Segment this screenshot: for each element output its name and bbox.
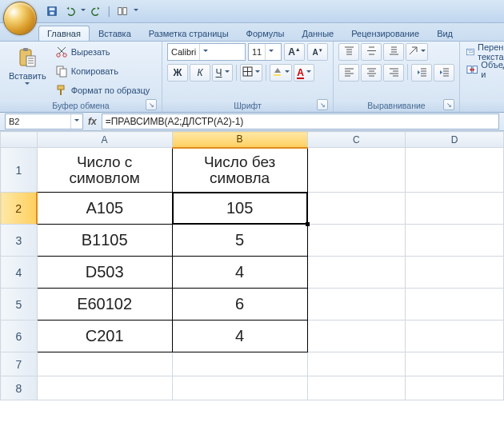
align-center-button[interactable]: [361, 64, 382, 82]
shrink-font-button[interactable]: A▼: [307, 43, 328, 61]
row-header-1[interactable]: 1: [1, 148, 38, 193]
cell-B6[interactable]: 4: [172, 321, 307, 352]
cell-A3[interactable]: В1105: [37, 225, 172, 257]
group-clipboard-label: Буфер обмена ↘: [5, 101, 157, 112]
cell-C8[interactable]: [307, 376, 406, 400]
clipboard-launcher[interactable]: ↘: [146, 99, 157, 110]
quick-access-toolbar: │: [45, 4, 139, 18]
cell-C4[interactable]: [307, 257, 406, 289]
cell-B7[interactable]: [172, 352, 307, 376]
cell-C2[interactable]: [307, 193, 406, 225]
cell-A5[interactable]: Е60102: [37, 289, 172, 321]
decrease-indent-button[interactable]: [411, 64, 432, 82]
increase-indent-button[interactable]: [434, 64, 454, 82]
alignment-launcher[interactable]: ↘: [443, 99, 454, 110]
name-box[interactable]: B2: [5, 113, 83, 129]
qat-extra-icon[interactable]: [115, 4, 130, 18]
grow-font-button[interactable]: A▲: [284, 43, 305, 61]
col-header-A[interactable]: A: [37, 132, 172, 148]
select-all-corner[interactable]: [1, 132, 38, 148]
copy-button[interactable]: Копировать: [54, 62, 152, 80]
cell-C5[interactable]: [307, 289, 406, 321]
align-right-button[interactable]: [383, 64, 404, 82]
wrap-text-button[interactable]: Перенос текста: [465, 43, 504, 61]
fill-color-button[interactable]: [270, 64, 292, 82]
cell-C6[interactable]: [307, 321, 406, 352]
format-painter-button[interactable]: Формат по образцу: [54, 82, 152, 99]
cell-D8[interactable]: [406, 376, 504, 400]
undo-dropdown[interactable]: [80, 9, 86, 14]
tab-data[interactable]: Данные: [293, 26, 342, 41]
italic-button[interactable]: К: [190, 64, 210, 82]
cell-D5[interactable]: [406, 289, 504, 321]
row-header-8[interactable]: 8: [1, 376, 38, 400]
cell-C3[interactable]: [307, 225, 406, 257]
tab-formulas[interactable]: Формулы: [238, 26, 294, 41]
font-launcher[interactable]: ↘: [317, 99, 328, 110]
tab-review[interactable]: Рецензирование: [342, 26, 428, 41]
col-header-B[interactable]: B: [172, 132, 307, 148]
worksheet[interactable]: A B C D 1 Число с симовлом Число без сим…: [0, 131, 504, 438]
row-header-5[interactable]: 5: [1, 289, 38, 321]
row-header-2[interactable]: 2: [1, 193, 38, 225]
copy-label: Копировать: [71, 66, 118, 76]
tab-insert[interactable]: Вставка: [90, 26, 140, 41]
save-icon[interactable]: [45, 4, 59, 18]
row-header-7[interactable]: 7: [1, 352, 38, 376]
cell-D4[interactable]: [406, 257, 504, 289]
cell-A2[interactable]: А105: [37, 193, 172, 225]
tab-page-layout[interactable]: Разметка страницы: [140, 26, 238, 41]
redo-icon[interactable]: [90, 4, 104, 18]
font-size-combo[interactable]: 11: [248, 43, 282, 61]
font-color-button[interactable]: A: [294, 64, 314, 82]
svg-rect-4: [123, 8, 126, 15]
merge-cells-button[interactable]: Объединить и: [465, 61, 504, 78]
cell-B5[interactable]: 6: [172, 289, 307, 321]
cell-D2[interactable]: [406, 193, 504, 225]
cell-D1[interactable]: [406, 148, 504, 193]
align-middle-button[interactable]: [361, 43, 382, 61]
cell-B1-line2: симовла: [173, 170, 307, 186]
fx-icon[interactable]: fx: [88, 116, 97, 127]
cell-A6[interactable]: С201: [37, 321, 172, 352]
orientation-button[interactable]: [406, 43, 428, 61]
office-button[interactable]: [3, 2, 37, 35]
underline-button[interactable]: Ч: [212, 64, 233, 82]
cell-D3[interactable]: [406, 225, 504, 257]
col-header-C[interactable]: C: [307, 132, 406, 148]
paste-button[interactable]: Вставить: [5, 43, 50, 90]
cell-A4[interactable]: D503: [37, 257, 172, 289]
tab-home[interactable]: Главная: [38, 26, 90, 41]
align-bottom-button[interactable]: [383, 43, 404, 61]
qat-customize-dropdown[interactable]: [133, 9, 139, 14]
col-header-D[interactable]: D: [406, 132, 504, 148]
cell-B1[interactable]: Число без симовла: [172, 148, 307, 193]
row-header-3[interactable]: 3: [1, 225, 38, 257]
font-size-value: 11: [249, 47, 265, 57]
row-header-6[interactable]: 6: [1, 321, 38, 352]
align-right-icon: [389, 66, 399, 79]
cell-A8[interactable]: [37, 376, 172, 400]
cut-button[interactable]: Вырезать: [54, 43, 152, 61]
cell-B4[interactable]: 4: [172, 257, 307, 289]
cell-B2[interactable]: 105: [172, 193, 307, 225]
italic-icon: К: [197, 67, 202, 78]
align-left-button[interactable]: [338, 64, 359, 82]
borders-button[interactable]: [240, 64, 262, 82]
cell-A1[interactable]: Число с симовлом: [37, 148, 172, 193]
cell-B8[interactable]: [172, 376, 307, 400]
row-header-4[interactable]: 4: [1, 257, 38, 289]
cell-B3[interactable]: 5: [172, 225, 307, 257]
cell-D6[interactable]: [406, 321, 504, 352]
undo-icon[interactable]: [62, 4, 77, 18]
cell-C1[interactable]: [307, 148, 406, 193]
bold-button[interactable]: Ж: [167, 64, 188, 82]
decrease-indent-icon: [417, 66, 427, 79]
formula-bar[interactable]: =ПРАВСИМВ(A2;ДЛСТР(A2)-1): [102, 113, 499, 129]
font-name-combo[interactable]: Calibri: [167, 43, 246, 61]
tab-view[interactable]: Вид: [428, 26, 462, 41]
cell-D7[interactable]: [406, 352, 504, 376]
cell-C7[interactable]: [307, 352, 406, 376]
cell-A7[interactable]: [37, 352, 172, 376]
align-top-button[interactable]: [338, 43, 359, 61]
